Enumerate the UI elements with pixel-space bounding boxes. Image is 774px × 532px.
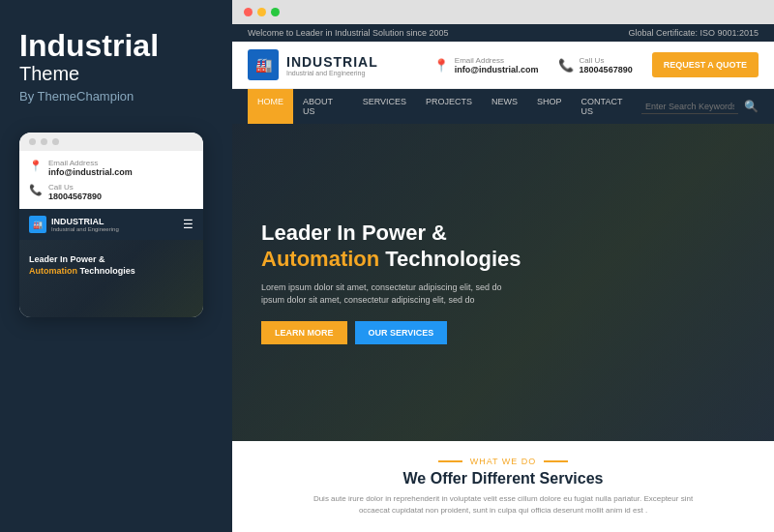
services-what-we-do: WHAT WE DO <box>261 457 745 466</box>
request-quote-button[interactable]: REQUEST A QUOTE <box>652 52 759 77</box>
mobile-dot-1 <box>29 138 36 145</box>
mobile-hero-line1: Leader In Power & <box>29 254 105 264</box>
header-phone-value: 18004567890 <box>580 65 633 74</box>
info-bar-left: Welcome to Leader in Industrial Solution… <box>248 28 448 38</box>
mobile-preview: 📍 Email Address info@industrial.com 📞 Ca… <box>19 133 203 317</box>
desktop-hero: Leader In Power & Automation Technologie… <box>232 124 774 441</box>
nav-items: HOME ABOUT US SERVICES PROJECTS NEWS SHO… <box>248 89 641 124</box>
nav-item-services[interactable]: SERVICES <box>353 89 416 124</box>
brand-by: By ThemeChampion <box>19 89 213 103</box>
mobile-logo-main: INDUSTRIAL <box>51 217 119 226</box>
header-email-icon: 📍 <box>433 58 449 73</box>
mobile-logo-sub: Industrial and Engineering <box>51 226 119 232</box>
phone-icon: 📞 <box>29 184 43 196</box>
header-phone-icon: 📞 <box>558 58 574 73</box>
brand-block: Industrial Theme By ThemeChampion <box>19 29 213 103</box>
hero-description: Lorem ipsum dolor sit amet, consectetur … <box>261 281 513 308</box>
hero-title-line2: Automation Technologies <box>261 247 745 272</box>
desktop-logo-sub: Industrial and Engineering <box>286 70 378 76</box>
header-email-label: Email Address <box>455 56 539 65</box>
location-icon: 📍 <box>29 160 43 172</box>
email-label: Email Address <box>48 159 133 167</box>
our-services-button[interactable]: OUR SERVICES <box>355 321 448 344</box>
browser-dot-red[interactable] <box>244 8 253 16</box>
search-input[interactable] <box>641 100 738 114</box>
brand-subtitle: Theme <box>19 63 213 85</box>
hero-accent: Automation <box>261 247 379 271</box>
hero-title-line1: Leader In Power & <box>261 221 745 246</box>
mobile-hero-accent: Automation <box>29 266 77 276</box>
browser-dot-yellow[interactable] <box>257 8 266 16</box>
desktop-logo-text: INDUSTRIAL Industrial and Engineering <box>286 54 378 76</box>
browser-chrome <box>232 0 774 24</box>
desktop-header-contact: 📍 Email Address info@industrial.com 📞 Ca… <box>433 52 759 77</box>
mobile-hero: Leader In Power & Automation Technologie… <box>19 240 203 317</box>
desktop-preview: Welcome to Leader in Industrial Solution… <box>232 24 774 532</box>
services-what-label: WHAT WE DO <box>470 457 537 466</box>
mobile-contact-bar: 📍 Email Address info@industrial.com 📞 Ca… <box>19 151 203 209</box>
services-section: WHAT WE DO We Offer Different Services D… <box>232 441 774 532</box>
mobile-dot-3 <box>52 138 59 145</box>
services-line-right <box>544 460 568 462</box>
desktop-logo: 🏭 INDUSTRIAL Industrial and Engineering <box>248 49 378 80</box>
desktop-nav: HOME ABOUT US SERVICES PROJECTS NEWS SHO… <box>232 89 774 124</box>
nav-item-shop[interactable]: SHOP <box>527 89 572 124</box>
desktop-header: 🏭 INDUSTRIAL Industrial and Engineering … <box>232 42 774 89</box>
left-panel: Industrial Theme By ThemeChampion 📍 Emai… <box>0 0 232 532</box>
hero-title-rest: Technologies <box>379 247 521 271</box>
mobile-nav-bar: 🏭 INDUSTRIAL Industrial and Engineering … <box>19 209 203 240</box>
mobile-logo-icon: 🏭 <box>29 216 46 233</box>
mobile-hero-rest: Technologies <box>77 266 135 276</box>
mobile-hero-title: Leader In Power & Automation Technologie… <box>29 254 194 277</box>
nav-item-contact[interactable]: CONTACT US <box>572 89 641 124</box>
mobile-contact-phone: 📞 Call Us 18004567890 <box>29 183 194 201</box>
hamburger-icon[interactable]: ☰ <box>183 218 194 231</box>
right-panel: Welcome to Leader in Industrial Solution… <box>232 0 774 532</box>
header-email-value: info@industrial.com <box>455 65 539 74</box>
services-desc: Duis aute irure dolor in reprehenderit i… <box>310 493 697 517</box>
email-value: info@industrial.com <box>48 167 133 177</box>
header-email: 📍 Email Address info@industrial.com <box>433 56 539 74</box>
services-line-left <box>438 460 462 462</box>
nav-item-news[interactable]: NEWS <box>482 89 527 124</box>
phone-label: Call Us <box>48 183 102 192</box>
phone-value: 18004567890 <box>48 192 102 201</box>
desktop-logo-icon: 🏭 <box>248 49 279 80</box>
desktop-logo-main: INDUSTRIAL <box>286 54 378 70</box>
header-phone: 📞 Call Us 18004567890 <box>558 56 633 74</box>
mobile-logo: 🏭 INDUSTRIAL Industrial and Engineering <box>29 216 119 233</box>
header-phone-label: Call Us <box>580 56 633 65</box>
nav-item-projects[interactable]: PROJECTS <box>416 89 482 124</box>
nav-search: 🔍 <box>641 100 759 114</box>
search-icon[interactable]: 🔍 <box>744 100 759 113</box>
nav-item-home[interactable]: HOME <box>248 89 293 124</box>
mobile-top-bar <box>19 133 203 151</box>
learn-more-button[interactable]: LEARN MORE <box>261 321 347 344</box>
nav-item-about[interactable]: ABOUT US <box>293 89 353 124</box>
browser-dot-green[interactable] <box>271 8 280 16</box>
services-title: We Offer Different Services <box>261 470 745 488</box>
info-bar: Welcome to Leader in Industrial Solution… <box>232 24 774 42</box>
info-bar-right: Global Certificate: ISO 9001:2015 <box>628 28 759 38</box>
hero-buttons: LEARN MORE OUR SERVICES <box>261 321 745 344</box>
brand-title: Industrial <box>19 29 213 63</box>
mobile-contact-email: 📍 Email Address info@industrial.com <box>29 159 194 177</box>
mobile-dot-2 <box>41 138 47 145</box>
